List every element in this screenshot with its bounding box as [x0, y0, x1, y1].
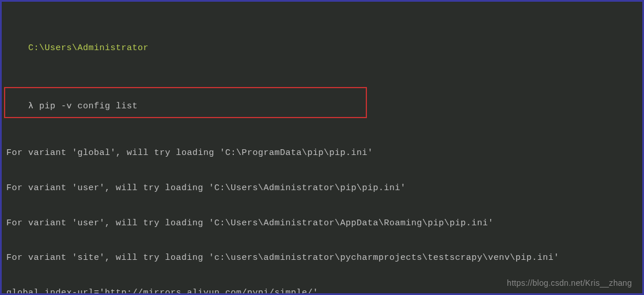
output-line: For variant 'global', will try loading '…: [6, 148, 638, 159]
output-line: For variant 'site', will try loading 'c:…: [6, 252, 638, 264]
output-line: global.index-url='http://mirrors.aliyun.…: [6, 288, 638, 295]
output-line: For variant 'user', will try loading 'C:…: [6, 218, 638, 229]
watermark-text: https://blog.csdn.net/Kris__zhang: [507, 278, 632, 288]
output-line: For variant 'user', will try loading 'C:…: [6, 183, 638, 194]
terminal-area[interactable]: C:\Users\Administrator λ pip -v config l…: [2, 2, 642, 295]
prompt-symbol-1: λ: [28, 101, 34, 111]
command-1: pip -v config list: [39, 101, 138, 111]
prompt-path-1: C:\Users\Administrator: [28, 43, 149, 53]
